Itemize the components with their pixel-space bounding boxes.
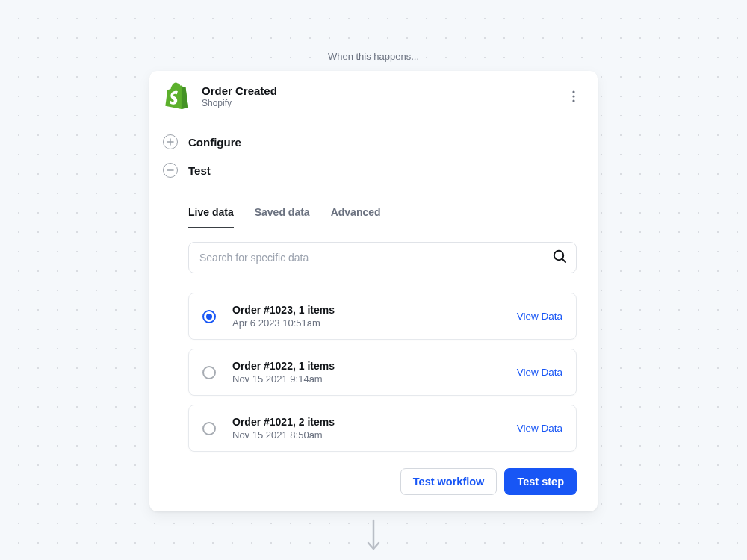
- tabs: Live data Saved data Advanced: [188, 200, 577, 228]
- action-buttons: Test workflow Test step: [188, 468, 577, 495]
- section-test-label: Test: [188, 164, 211, 177]
- order-date: Nov 15 2021 8:50am: [232, 429, 517, 441]
- order-date: Apr 6 2023 10:51am: [232, 317, 517, 329]
- view-data-link[interactable]: View Data: [517, 367, 562, 378]
- tab-saved-data[interactable]: Saved data: [255, 200, 310, 228]
- section-configure[interactable]: Configure: [149, 122, 598, 157]
- order-radio[interactable]: [202, 310, 216, 323]
- svg-line-4: [562, 259, 565, 262]
- order-radio[interactable]: [202, 422, 216, 435]
- search-icon: [552, 249, 567, 267]
- svg-point-0: [572, 90, 574, 93]
- search-input[interactable]: [199, 252, 552, 264]
- workflow-step-card: Order Created Shopify Configure Test: [149, 71, 598, 511]
- test-workflow-button[interactable]: Test workflow: [400, 468, 498, 495]
- view-data-link[interactable]: View Data: [517, 423, 562, 434]
- order-title: Order #1023, 1 items: [232, 304, 517, 316]
- minus-circle-icon: [163, 163, 178, 178]
- arrow-down-icon: [366, 519, 381, 555]
- test-section-body: Live data Saved data Advanced Order: [149, 200, 598, 511]
- test-step-button[interactable]: Test step: [504, 468, 577, 495]
- node-context-label: When this happens...: [328, 51, 419, 62]
- svg-point-2: [572, 99, 574, 102]
- more-vertical-icon: [572, 90, 575, 102]
- plus-circle-icon: [163, 134, 178, 149]
- view-data-link[interactable]: View Data: [517, 311, 562, 322]
- card-header: Order Created Shopify: [149, 71, 598, 122]
- order-title: Order #1021, 2 items: [232, 416, 517, 428]
- step-title: Order Created: [202, 84, 563, 97]
- section-configure-label: Configure: [188, 136, 241, 149]
- more-options-button[interactable]: [563, 86, 584, 107]
- svg-point-1: [572, 95, 574, 97]
- tab-live-data[interactable]: Live data: [188, 200, 234, 228]
- order-title: Order #1022, 1 items: [232, 360, 517, 372]
- order-card[interactable]: Order #1022, 1 items Nov 15 2021 9:14am …: [188, 349, 577, 396]
- order-card[interactable]: Order #1021, 2 items Nov 15 2021 8:50am …: [188, 405, 577, 452]
- orders-list: Order #1023, 1 items Apr 6 2023 10:51am …: [188, 293, 577, 452]
- step-app-name: Shopify: [202, 98, 563, 108]
- order-date: Nov 15 2021 9:14am: [232, 373, 517, 385]
- shopify-icon: [163, 81, 193, 111]
- section-test[interactable]: Test: [149, 157, 598, 187]
- tab-advanced[interactable]: Advanced: [331, 200, 381, 228]
- order-card[interactable]: Order #1023, 1 items Apr 6 2023 10:51am …: [188, 293, 577, 340]
- search-field-wrap: [188, 242, 577, 273]
- order-radio[interactable]: [202, 366, 216, 379]
